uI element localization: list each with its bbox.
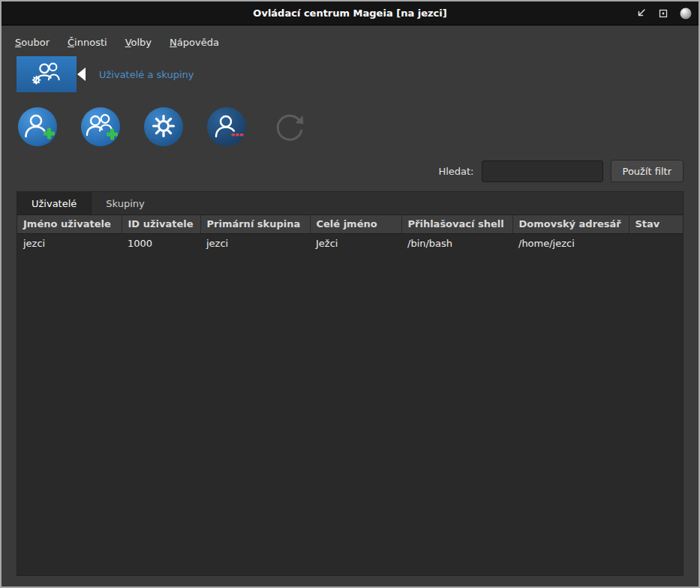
window-close-icon[interactable] bbox=[679, 7, 692, 20]
cell-full-name: Ježci bbox=[310, 233, 401, 253]
section-header: Uživatelé a skupiny bbox=[2, 56, 698, 92]
search-row: Hledat: Použít filtr bbox=[2, 160, 698, 182]
add-user-icon bbox=[17, 106, 59, 148]
titlebar: Ovládací centrum Mageia [na jezci] bbox=[2, 2, 698, 26]
table-row[interactable]: jezci 1000 jezci Ježci /bin/bash /home/j… bbox=[17, 233, 683, 253]
apply-filter-button[interactable]: Použít filtr bbox=[611, 160, 683, 182]
add-group-button[interactable] bbox=[80, 106, 122, 148]
section-title: Uživatelé a skupiny bbox=[99, 69, 194, 80]
table-header-row: Jméno uživatele ID uživatele Primární sk… bbox=[17, 215, 683, 233]
add-group-icon bbox=[80, 106, 122, 148]
window-title: Ovládací centrum Mageia [na jezci] bbox=[253, 8, 446, 19]
col-username[interactable]: Jméno uživatele bbox=[17, 215, 122, 233]
cell-uid: 1000 bbox=[122, 233, 200, 253]
refresh-button[interactable] bbox=[269, 106, 311, 148]
window: Ovládací centrum Mageia [na jezci] Soubo… bbox=[0, 0, 700, 588]
users-table: Jméno uživatele ID uživatele Primární sk… bbox=[17, 215, 683, 253]
window-minimize-icon[interactable] bbox=[634, 7, 647, 20]
tab-skupiny[interactable]: Skupiny bbox=[92, 192, 159, 214]
menu-soubor[interactable]: Soubor bbox=[15, 37, 50, 48]
col-shell[interactable]: Přihlašovací shell bbox=[401, 215, 512, 233]
toolbar bbox=[2, 106, 698, 148]
search-input[interactable] bbox=[482, 160, 603, 182]
col-home-dir[interactable]: Domovský adresář bbox=[512, 215, 629, 233]
tabbar: Uživatelé Skupiny bbox=[17, 192, 683, 215]
col-status[interactable]: Stav bbox=[629, 215, 683, 233]
cell-home-dir: /home/jezci bbox=[512, 233, 629, 253]
col-full-name[interactable]: Celé jméno bbox=[310, 215, 401, 233]
cell-primary-group: jezci bbox=[200, 233, 310, 253]
delete-user-icon bbox=[206, 106, 248, 148]
menu-napoveda[interactable]: Nápověda bbox=[170, 37, 219, 48]
search-label: Hledat: bbox=[438, 166, 473, 177]
menu-cinnosti[interactable]: Činnosti bbox=[68, 37, 107, 48]
notebook: Uživatelé Skupiny Jméno uživatele ID uži… bbox=[17, 191, 683, 576]
col-uid[interactable]: ID uživatele bbox=[122, 215, 200, 233]
back-arrow-icon[interactable] bbox=[77, 68, 86, 81]
cell-status bbox=[629, 233, 683, 253]
add-user-button[interactable] bbox=[17, 106, 59, 148]
edit-user-button[interactable] bbox=[143, 106, 185, 148]
col-primary-group[interactable]: Primární skupina bbox=[200, 215, 310, 233]
gear-icon bbox=[143, 106, 185, 148]
delete-user-button[interactable] bbox=[206, 106, 248, 148]
menu-volby[interactable]: Volby bbox=[125, 37, 152, 48]
cell-username: jezci bbox=[17, 233, 122, 253]
users-groups-icon bbox=[17, 56, 77, 92]
tab-uzivatele[interactable]: Uživatelé bbox=[17, 192, 92, 214]
refresh-icon bbox=[269, 106, 311, 148]
cell-shell: /bin/bash bbox=[401, 233, 512, 253]
users-table-area: Jméno uživatele ID uživatele Primární sk… bbox=[17, 215, 683, 575]
window-controls bbox=[634, 2, 692, 25]
menubar: Soubor Činnosti Volby Nápověda bbox=[2, 26, 698, 55]
window-maximize-icon[interactable] bbox=[656, 7, 670, 20]
